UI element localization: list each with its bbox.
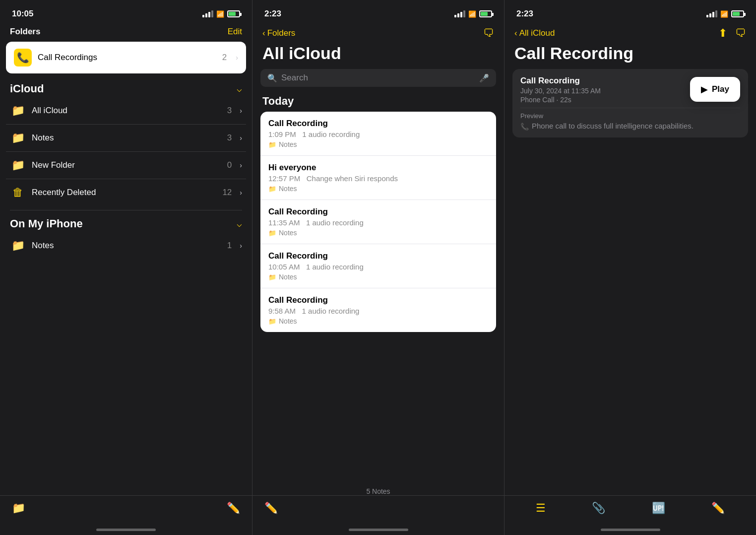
note-row-0[interactable]: Call Recording 1:09 PM 1 audio recording…: [260, 112, 496, 156]
note-row-1[interactable]: Hi everyone 12:57 PM Change when Siri re…: [260, 156, 496, 200]
recording-card: Call Recording July 30, 2024 at 11:35 AM…: [512, 69, 748, 137]
send-icon[interactable]: 🆙: [652, 502, 665, 515]
battery-icon: [227, 10, 240, 17]
edit-detail-icon[interactable]: ✏️: [711, 502, 725, 515]
folders-title: Folders: [10, 27, 40, 37]
note-title-2: Call Recording: [268, 207, 488, 217]
share-icon[interactable]: ⬆: [718, 27, 727, 40]
back-to-all-icloud-button[interactable]: ‹ All iCloud: [514, 28, 555, 38]
folder-icon-note-4: 📁: [268, 318, 276, 325]
wifi-icon-2: 📶: [468, 10, 476, 18]
folder-item-new-folder[interactable]: 📁 New Folder 0 ›: [6, 152, 246, 179]
folder-count-recently-deleted: 12: [222, 188, 232, 198]
icloud-collapse-icon[interactable]: ⌵: [237, 83, 242, 94]
note-row-3[interactable]: Call Recording 10:05 AM 1 audio recordin…: [260, 244, 496, 288]
compose-toolbar-icon-1[interactable]: ✏️: [227, 502, 240, 515]
compose-icon-2[interactable]: 🗨: [483, 27, 494, 40]
chevron-icon-new-folder: ›: [240, 161, 242, 169]
folder-name-note-2: Notes: [279, 229, 297, 237]
call-recording-detail-title: Call Recording: [504, 44, 756, 69]
folder-count-notes-local: 1: [227, 241, 232, 251]
chevron-icon-all-icloud: ›: [240, 107, 242, 115]
microphone-icon[interactable]: 🎤: [479, 73, 489, 83]
panel3-nav-header: ‹ All iCloud ⬆ 🗨: [504, 25, 756, 44]
note-meta-3: 10:05 AM 1 audio recording: [268, 263, 488, 271]
chevron-right-icon: ›: [236, 54, 238, 62]
folder-icon-all-icloud: 📁: [10, 104, 26, 118]
note-folder-row-1: 📁 Notes: [268, 185, 488, 193]
edit-button[interactable]: Edit: [228, 27, 242, 37]
note-folder-row-0: 📁 Notes: [268, 140, 488, 148]
wifi-icon: 📶: [216, 10, 224, 18]
icloud-folder-list: 📁 All iCloud 3 › 📁 Notes 3 › 📁 New Folde…: [0, 97, 252, 206]
compose-toolbar-icon-2[interactable]: ✏️: [264, 502, 278, 515]
wifi-icon-3: 📶: [720, 10, 728, 18]
panel-all-icloud: 2:23 📶 ‹ Folders 🗨 All iCloud 🔍 Search 🎤: [252, 0, 504, 535]
folder-icon-recently-deleted: 🗑: [10, 186, 26, 200]
new-folder-toolbar-icon[interactable]: 📁: [12, 502, 25, 515]
note-title-1: Hi everyone: [268, 163, 488, 173]
status-icons-1: 📶: [202, 10, 240, 18]
folder-icon-note-2: 📁: [268, 229, 276, 237]
folder-name-notes-local: Notes: [32, 241, 221, 251]
on-my-iphone-folder-list: 📁 Notes 1 ›: [0, 232, 252, 259]
note-title-4: Call Recording: [268, 295, 488, 305]
play-label: Play: [712, 84, 729, 94]
battery-icon-3: [731, 10, 744, 17]
more-icon[interactable]: 🗨: [735, 27, 746, 40]
call-recordings-icon: 📞: [14, 49, 32, 67]
note-title-3: Call Recording: [268, 251, 488, 261]
note-meta-4: 9:58 AM 1 audio recording: [268, 307, 488, 315]
back-to-folders-button[interactable]: ‹ Folders: [262, 28, 295, 38]
status-bar-3: 2:23 📶: [504, 0, 756, 25]
search-bar[interactable]: 🔍 Search 🎤: [260, 69, 496, 87]
folder-name-new-folder: New Folder: [32, 160, 221, 170]
search-input[interactable]: Search: [281, 73, 475, 83]
folders-header: Folders Edit: [0, 25, 252, 42]
recording-divider: [520, 108, 740, 108]
folder-item-notes-icloud[interactable]: 📁 Notes 3 ›: [6, 125, 246, 152]
search-icon: 🔍: [267, 73, 277, 83]
icloud-section-title: iCloud: [10, 82, 44, 95]
back-label-2: Folders: [267, 28, 296, 38]
play-button[interactable]: ▶ Play: [690, 77, 740, 102]
note-folder-row-4: 📁 Notes: [268, 317, 488, 325]
status-time-1: 10:05: [12, 9, 33, 19]
folder-item-all-icloud[interactable]: 📁 All iCloud 3 ›: [6, 97, 246, 125]
home-indicator-3: [601, 529, 660, 531]
panel2-nav-header: ‹ Folders 🗨: [252, 25, 504, 44]
note-row-4[interactable]: Call Recording 9:58 AM 1 audio recording…: [260, 288, 496, 332]
signal-icon-2: [454, 10, 465, 17]
note-meta-1: 12:57 PM Change when Siri responds: [268, 174, 488, 183]
on-my-iphone-title: On My iPhone: [10, 217, 83, 230]
panel-folders: 10:05 📶 Folders Edit 📞 Call Recordings 2…: [0, 0, 252, 535]
folder-count-notes-icloud: 3: [227, 133, 232, 143]
folder-item-recently-deleted[interactable]: 🗑 Recently Deleted 12 ›: [6, 179, 246, 206]
folder-name-notes-icloud: Notes: [32, 133, 221, 143]
call-recordings-row[interactable]: 📞 Call Recordings 2 ›: [6, 42, 246, 73]
call-recordings-count: 2: [222, 53, 227, 63]
home-indicator-1: [96, 529, 156, 531]
checklist-icon[interactable]: ☰: [536, 502, 546, 515]
folder-icon-note-0: 📁: [268, 141, 276, 148]
signal-icon-3: [706, 10, 717, 17]
note-row-2[interactable]: Call Recording 11:35 AM 1 audio recordin…: [260, 200, 496, 244]
today-label: Today: [252, 93, 504, 112]
back-chevron-icon: ‹: [262, 28, 265, 38]
on-my-iphone-collapse-icon[interactable]: ⌵: [237, 218, 242, 229]
notes-count: 5 Notes: [252, 487, 504, 495]
folder-icon-note-1: 📁: [268, 185, 276, 193]
folder-name-note-3: Notes: [279, 273, 297, 281]
all-icloud-title: All iCloud: [252, 44, 504, 69]
note-folder-row-3: 📁 Notes: [268, 273, 488, 281]
attachment-icon[interactable]: 📎: [592, 502, 605, 515]
status-icons-3: 📶: [706, 10, 744, 18]
folder-icon-notes-icloud: 📁: [10, 131, 26, 145]
folder-name-all-icloud: All iCloud: [32, 106, 221, 116]
folder-icon-notes-local: 📁: [10, 239, 26, 253]
folder-icon-new-folder: 📁: [10, 158, 26, 172]
folder-name-note-1: Notes: [279, 185, 297, 193]
back-label-3: All iCloud: [519, 28, 555, 38]
battery-icon-2: [479, 10, 492, 17]
folder-item-notes-local[interactable]: 📁 Notes 1 ›: [6, 232, 246, 259]
